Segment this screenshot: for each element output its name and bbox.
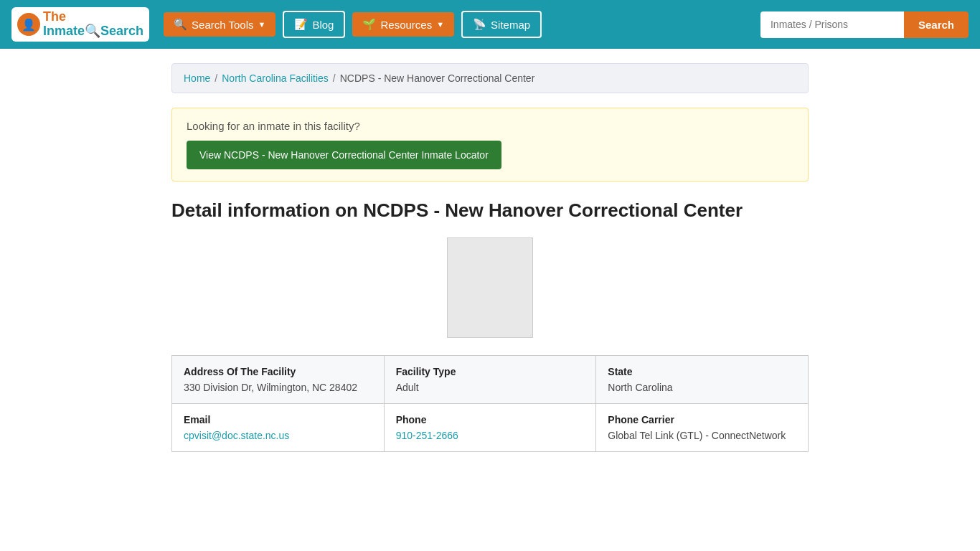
map-area: [171, 237, 809, 338]
logo-icon: 👤: [17, 13, 40, 36]
state-value: North Carolina: [608, 382, 672, 393]
resources-label: Resources: [380, 19, 432, 31]
detail-heading: Detail information on NCDPS - New Hanove…: [171, 199, 809, 223]
facility-type-label: Facility Type: [396, 366, 585, 377]
address-cell: Address Of The Facility 330 Division Dr,…: [172, 355, 385, 403]
phone-carrier-cell: Phone Carrier Global Tel Link (GTL) - Co…: [596, 403, 809, 451]
address-value: 330 Division Dr, Wilmington, NC 28402: [184, 382, 357, 393]
breadcrumb-current: NCDPS - New Hanover Correctional Center: [340, 72, 535, 84]
email-value[interactable]: cpvisit@doc.state.nc.us: [184, 430, 289, 441]
main-content: Home / North Carolina Facilities / NCDPS…: [160, 49, 820, 481]
facility-type-cell: Facility Type Adult: [384, 355, 596, 403]
site-logo[interactable]: 👤 TheInmate🔍Search: [11, 7, 149, 42]
blog-icon: 📝: [294, 18, 308, 31]
table-row: Email cpvisit@doc.state.nc.us Phone 910-…: [172, 403, 809, 451]
inmate-locator-label: View NCDPS - New Hanover Correctional Ce…: [199, 149, 489, 161]
sitemap-button[interactable]: 📡 Sitemap: [461, 11, 542, 38]
email-label: Email: [184, 414, 372, 425]
map-placeholder: [447, 237, 533, 338]
search-tools-label: Search Tools: [192, 19, 253, 31]
sitemap-label: Sitemap: [491, 19, 530, 31]
breadcrumb-sep-1: /: [215, 72, 217, 84]
phone-carrier-value: Global Tel Link (GTL) - ConnectNetwork: [608, 430, 786, 441]
phone-carrier-label: Phone Carrier: [608, 414, 796, 425]
search-tools-button[interactable]: 🔍 Search Tools ▼: [164, 12, 275, 37]
breadcrumb: Home / North Carolina Facilities / NCDPS…: [171, 63, 809, 93]
header-search-input[interactable]: [760, 11, 904, 38]
facility-type-value: Adult: [396, 382, 419, 393]
state-cell: State North Carolina: [596, 355, 809, 403]
phone-cell: Phone 910-251-2666: [384, 403, 596, 451]
blog-button[interactable]: 📝 Blog: [283, 11, 345, 38]
phone-value[interactable]: 910-251-2666: [396, 430, 458, 441]
alert-box: Looking for an inmate in this facility? …: [171, 108, 809, 182]
blog-label: Blog: [312, 19, 334, 31]
sitemap-icon: 📡: [473, 18, 486, 31]
alert-text: Looking for an inmate in this facility?: [187, 120, 793, 132]
state-label: State: [608, 366, 796, 377]
header-search-label: Search: [918, 19, 954, 31]
breadcrumb-nc-facilities[interactable]: North Carolina Facilities: [222, 72, 329, 84]
logo-text: TheInmate🔍Search: [43, 10, 143, 39]
email-cell: Email cpvisit@doc.state.nc.us: [172, 403, 385, 451]
search-tools-arrow-icon: ▼: [258, 20, 266, 29]
resources-arrow-icon: ▼: [436, 20, 444, 29]
header-search: Search: [760, 11, 969, 38]
table-row: Address Of The Facility 330 Division Dr,…: [172, 355, 809, 403]
phone-label: Phone: [396, 414, 585, 425]
search-tools-icon: 🔍: [174, 18, 187, 31]
inmate-locator-button[interactable]: View NCDPS - New Hanover Correctional Ce…: [187, 141, 501, 169]
info-table: Address Of The Facility 330 Division Dr,…: [171, 355, 809, 452]
breadcrumb-sep-2: /: [333, 72, 336, 84]
resources-icon: 🌱: [362, 18, 376, 31]
breadcrumb-home[interactable]: Home: [184, 72, 210, 84]
address-label: Address Of The Facility: [184, 366, 372, 377]
resources-button[interactable]: 🌱 Resources ▼: [352, 12, 454, 37]
header-search-button[interactable]: Search: [904, 11, 969, 38]
site-header: 👤 TheInmate🔍Search 🔍 Search Tools ▼ 📝 Bl…: [0, 0, 980, 49]
